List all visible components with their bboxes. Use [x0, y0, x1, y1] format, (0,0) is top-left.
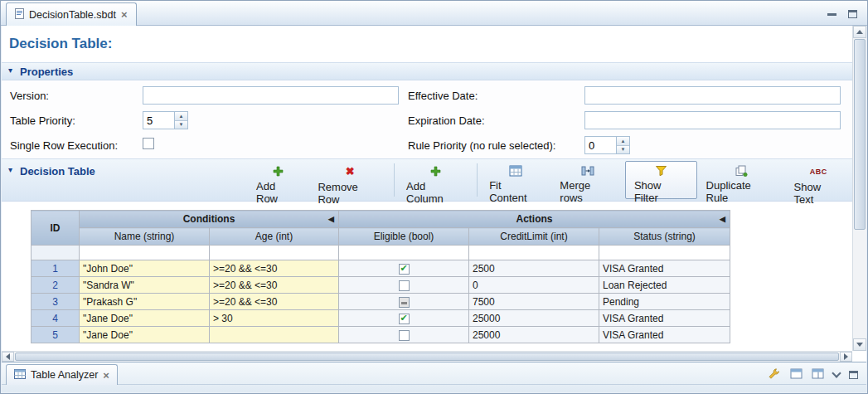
- horizontal-scrollbar-thumb[interactable]: [15, 353, 839, 361]
- creditlimit-cell[interactable]: 7500: [469, 294, 599, 310]
- creditlimit-cell[interactable]: 2500: [469, 260, 599, 277]
- spin-up-icon[interactable]: ▲: [617, 137, 629, 146]
- eligible-cell[interactable]: [339, 277, 469, 294]
- merge-rows-label: Merge rows: [560, 179, 616, 204]
- creditlimit-column-header[interactable]: CreditLimit (int): [469, 228, 599, 246]
- scroll-down-icon[interactable]: [853, 338, 866, 351]
- eligible-checkbox[interactable]: [399, 280, 410, 291]
- toolbar-separator: [477, 163, 478, 197]
- expiration-date-input[interactable]: [584, 111, 841, 129]
- rule-priority-input[interactable]: [584, 136, 616, 154]
- table-analyzer-tab[interactable]: Table Analyzer ×: [6, 364, 118, 385]
- filter-input-name[interactable]: [80, 246, 210, 260]
- effective-date-label: Effective Date:: [408, 90, 478, 102]
- app-window: DecisionTable.sbdt × Decision Table: ▾ P…: [0, 0, 868, 394]
- eligible-cell[interactable]: [339, 294, 469, 310]
- remove-row-button[interactable]: ✖ Remove Row: [308, 161, 391, 199]
- name-cell[interactable]: "John Doe": [80, 260, 210, 277]
- eligible-cell[interactable]: [339, 260, 469, 277]
- add-row-button[interactable]: Add Row: [247, 161, 308, 199]
- row-id-cell[interactable]: 2: [32, 277, 80, 294]
- id-column-header[interactable]: ID: [32, 211, 80, 246]
- eligible-cell[interactable]: [339, 327, 469, 343]
- creditlimit-cell[interactable]: 25000: [469, 327, 599, 343]
- row-id-cell[interactable]: 4: [32, 310, 80, 327]
- age-cell[interactable]: >=20 && <=30: [210, 294, 339, 310]
- version-input[interactable]: [143, 86, 399, 105]
- vertical-scrollbar[interactable]: [852, 26, 866, 351]
- conditions-group-header[interactable]: Conditions ◀: [80, 211, 339, 228]
- eligible-column-header[interactable]: Eligible (bool): [339, 228, 469, 246]
- filter-cell-id[interactable]: [32, 246, 80, 260]
- age-cell[interactable]: [210, 327, 339, 343]
- eligible-checkbox[interactable]: [399, 297, 410, 308]
- show-filter-button[interactable]: Show Filter: [625, 161, 697, 199]
- show-text-button[interactable]: ABC Show Text: [785, 161, 852, 199]
- filter-input-age[interactable]: [210, 246, 339, 260]
- eligible-checkbox[interactable]: [399, 264, 410, 275]
- wrench-icon[interactable]: [768, 367, 781, 382]
- effective-date-input[interactable]: [584, 86, 841, 105]
- duplicate-rule-button[interactable]: Duplicate Rule: [697, 161, 785, 199]
- collapse-decision-table-icon[interactable]: ▾: [8, 165, 12, 174]
- minimize-icon[interactable]: [827, 13, 836, 21]
- table-priority-input[interactable]: [143, 111, 174, 129]
- editor-tab[interactable]: DecisionTable.sbdt ×: [6, 2, 137, 26]
- filter-input-eligible[interactable]: [339, 246, 469, 260]
- properties-section-header[interactable]: ▾ Properties: [2, 62, 852, 80]
- filter-row: [32, 246, 730, 260]
- status-cell[interactable]: Loan Rejected: [599, 277, 730, 294]
- add-column-button[interactable]: Add Column: [397, 161, 474, 199]
- scroll-right-icon[interactable]: [840, 352, 852, 362]
- age-column-header[interactable]: Age (int): [210, 228, 339, 246]
- version-label: Version:: [10, 90, 49, 102]
- creditlimit-cell[interactable]: 0: [469, 277, 599, 294]
- new-analysis-icon[interactable]: [790, 368, 803, 382]
- minimize-view-icon[interactable]: [832, 368, 841, 377]
- age-cell[interactable]: >=20 && <=30: [210, 277, 339, 294]
- close-tab-icon[interactable]: ×: [103, 370, 109, 381]
- eligible-checkbox[interactable]: [399, 330, 410, 341]
- row-id-cell[interactable]: 5: [32, 327, 80, 343]
- layout-icon[interactable]: [812, 368, 824, 382]
- bottom-tab-bar: Table Analyzer ×: [2, 362, 866, 385]
- collapse-conditions-icon[interactable]: ◀: [328, 215, 334, 223]
- eligible-checkbox[interactable]: [399, 314, 410, 324]
- fit-content-button[interactable]: Fit Content: [480, 161, 550, 199]
- collapse-properties-icon[interactable]: ▾: [8, 66, 12, 75]
- status-cell[interactable]: VISA Granted: [599, 310, 730, 327]
- single-row-execution-checkbox[interactable]: [143, 138, 154, 149]
- maximize-view-icon[interactable]: [849, 371, 858, 379]
- actions-group-header[interactable]: Actions ◀: [339, 211, 730, 228]
- name-cell[interactable]: "Jane Doe": [80, 327, 210, 343]
- name-cell[interactable]: "Prakash G": [80, 294, 210, 310]
- name-column-header[interactable]: Name (string): [80, 228, 210, 246]
- decision-table-section-header[interactable]: ▾ Decision Table Add Row ✖ Remove Row Ad…: [2, 158, 852, 202]
- merge-rows-button[interactable]: Merge rows: [550, 161, 625, 199]
- name-cell[interactable]: "Sandra W": [80, 277, 210, 294]
- scroll-up-icon[interactable]: [853, 26, 866, 38]
- maximize-icon[interactable]: [848, 10, 857, 18]
- close-tab-icon[interactable]: ×: [121, 9, 128, 20]
- collapse-actions-icon[interactable]: ◀: [720, 215, 725, 223]
- age-cell[interactable]: >=20 && <=30: [210, 260, 339, 277]
- row-id-cell[interactable]: 3: [32, 294, 80, 310]
- creditlimit-cell[interactable]: 25000: [469, 310, 599, 327]
- vertical-scrollbar-thumb[interactable]: [854, 39, 866, 230]
- filter-input-status[interactable]: [599, 246, 730, 260]
- status-cell[interactable]: VISA Granted: [599, 260, 730, 277]
- status-cell[interactable]: VISA Granted: [599, 327, 730, 343]
- spin-up-icon[interactable]: ▲: [175, 112, 187, 121]
- status-column-header[interactable]: Status (string): [599, 228, 730, 246]
- name-cell[interactable]: "Jane Doe": [80, 310, 210, 327]
- age-cell[interactable]: > 30: [210, 310, 339, 327]
- horizontal-scrollbar[interactable]: [2, 351, 852, 362]
- row-id-cell[interactable]: 1: [32, 260, 80, 277]
- rule-priority-label: Rule Priority (no rule selected):: [408, 139, 555, 152]
- filter-input-creditlimit[interactable]: [469, 246, 599, 260]
- scroll-left-icon[interactable]: [2, 352, 14, 362]
- eligible-cell[interactable]: [339, 310, 469, 327]
- spin-down-icon[interactable]: ▼: [617, 146, 629, 154]
- spin-down-icon[interactable]: ▼: [175, 121, 187, 129]
- status-cell[interactable]: Pending: [599, 294, 730, 310]
